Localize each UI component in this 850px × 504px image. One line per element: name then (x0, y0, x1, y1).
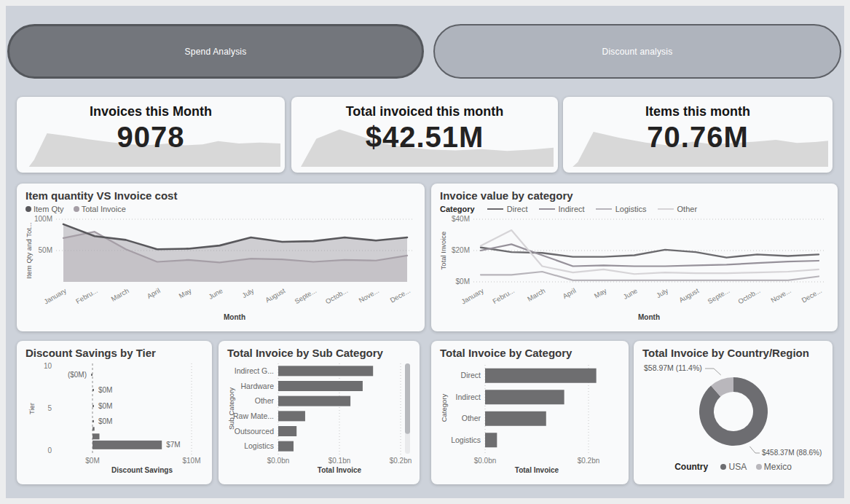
x-axis-label: Febru... (74, 286, 99, 305)
bar-Logistics[interactable] (278, 441, 294, 452)
legend-item-usa[interactable]: USA (713, 462, 746, 472)
axis-label: $0.0bn (474, 457, 497, 465)
bar-Raw Mate...[interactable] (278, 411, 305, 421)
category-label: Indirect G... (235, 366, 274, 375)
axis-label: $40M (452, 215, 470, 223)
bar-Indirect G...[interactable] (278, 366, 373, 376)
bar-data-label: ($0M) (68, 371, 87, 379)
axis-label: 0 (47, 446, 52, 454)
legend-title: Category (440, 205, 475, 213)
bar-Hardware[interactable] (278, 381, 363, 391)
category-label: Logistics (244, 441, 274, 450)
chart-title: Discount Savings by Tier (17, 341, 212, 359)
x-axis-title: Discount Savings (111, 466, 173, 474)
category-label: Other (255, 396, 275, 405)
x-axis-title: Total Invoice (515, 466, 559, 474)
axis-label: $10M (182, 457, 200, 465)
axis-label: $0.2bn (390, 457, 412, 465)
bar-Outsourced[interactable] (278, 426, 296, 436)
tier-bar[interactable] (93, 441, 162, 449)
tier-bar[interactable] (93, 433, 100, 439)
bar-Logistics[interactable] (485, 433, 497, 447)
axis-label: 50M (39, 246, 52, 254)
x-axis-label: July (240, 286, 255, 299)
discount-analysis-button[interactable]: Discount analysis (433, 24, 841, 79)
legend-label: Total Invoice (82, 205, 126, 213)
legend-label: USA (728, 462, 746, 472)
legend-dot-icon (720, 464, 726, 470)
legend-item-mexico[interactable]: Mexico (749, 462, 792, 472)
category-label: Outsourced (235, 427, 274, 436)
x-axis-label: July (655, 286, 669, 299)
x-axis-label: Septe... (293, 286, 318, 305)
scrollbar-thumb[interactable] (405, 363, 410, 434)
x-axis-label: Nove... (769, 286, 792, 304)
chart-legend: Item Qty Total Invoice (17, 202, 425, 213)
axis-label: $20M (452, 246, 470, 254)
legend-dot-icon (74, 206, 79, 212)
chart-card-total-invoice-by-sub-category: Total Invoice by Sub Category $0.0bn$0.1… (219, 341, 420, 484)
legend-label: Item Qty (34, 205, 64, 213)
legend-item-other[interactable]: Other (649, 205, 698, 213)
kpi-value: $42.51M (291, 121, 558, 154)
x-axis-label: Febru... (491, 286, 516, 305)
axis-label: 100M (34, 215, 52, 223)
chart-card-total-invoice-by-country: Total Invoice by Country/Region $58.97M … (634, 341, 833, 484)
x-axis-label: August (264, 286, 286, 304)
bar-Indirect[interactable] (485, 390, 564, 404)
kpi-card-items-this-month: Items this month 70.76M (563, 97, 833, 173)
legend-dot-icon (756, 464, 762, 470)
total-invoice-by-country-donut-chart[interactable]: $58.97M (11.4%)$458.37M (88.6%) (641, 359, 825, 460)
kpi-value: 70.76M (563, 121, 833, 154)
total-invoice-by-sub-category-chart[interactable]: $0.0bn$0.1bn$0.2bnIndirect G...HardwareO… (226, 359, 412, 476)
kpi-title: Invoices this Month (17, 104, 285, 119)
invoice-value-by-category-chart[interactable]: $0M$20M$40MTotal InvoiceJanuaryFebru...M… (438, 213, 830, 323)
x-axis-label: Nove... (358, 286, 381, 304)
tier-bar[interactable] (93, 389, 94, 391)
bar-data-label: $0M (98, 386, 112, 394)
legend-item-indirect[interactable]: Indirect (530, 205, 585, 213)
chart-legend: Category Direct Indirect Logistics Other (431, 202, 838, 213)
callout-line (749, 446, 760, 453)
y-axis-title: Item Qty and Tot... (25, 222, 33, 278)
x-axis-label: April (562, 286, 578, 300)
bar-Other[interactable] (485, 412, 546, 426)
y-axis-title: Category (440, 393, 448, 422)
x-axis-label: June (207, 286, 224, 301)
legend-item-direct[interactable]: Direct (479, 205, 528, 213)
axis-label: $0.1bn (328, 457, 351, 465)
tier-bar[interactable] (93, 420, 94, 422)
chart-title: Total Invoice by Category (431, 341, 629, 359)
kpi-title: Items this month (563, 104, 833, 119)
legend-item-logistics[interactable]: Logistics (587, 205, 647, 213)
bar-Other[interactable] (278, 396, 350, 406)
legend-label: Indirect (559, 205, 585, 213)
legend-line-icon (658, 208, 674, 210)
legend-line-icon (487, 208, 503, 210)
donut-data-label: $458.37M (88.6%) (762, 449, 822, 457)
total-invoice-by-category-chart[interactable]: $0.0bn$0.2bnDirectIndirectOtherLogistics… (438, 359, 621, 476)
bar-data-label: $0M (98, 417, 112, 425)
axis-label: $0.2bn (578, 457, 600, 465)
spend-analysis-button[interactable]: Spend Analysis (7, 24, 424, 79)
x-axis-label: June (622, 286, 639, 301)
donut-slice-USA[interactable] (699, 377, 768, 446)
discount-savings-by-tier-chart[interactable]: 1050Tier$0M$10MDiscount Savings($0M)$0M$… (24, 359, 205, 476)
legend-line-icon (596, 208, 612, 210)
legend-item-total-invoice[interactable]: Total Invoice (66, 205, 126, 213)
legend-dot-icon (25, 206, 31, 212)
category-label: Other (462, 414, 481, 422)
axis-label: 5 (47, 404, 52, 412)
chart-card-total-invoice-by-category: Total Invoice by Category $0.0bn$0.2bnDi… (431, 341, 629, 484)
bar-Direct[interactable] (485, 369, 597, 383)
item-qty-vs-invoice-cost-chart[interactable]: 50M100MItem Qty and Tot...JanuaryFebru..… (24, 213, 417, 323)
category-label: Hardware (240, 382, 274, 390)
x-axis-title: Month (638, 313, 660, 321)
legend-label: Logistics (615, 205, 647, 213)
legend-item-item-qty[interactable]: Item Qty (25, 205, 64, 213)
tier-bar[interactable] (91, 374, 93, 376)
kpi-value: 9078 (17, 121, 285, 154)
tier-bar[interactable] (93, 427, 95, 430)
tier-bar[interactable] (93, 405, 94, 407)
y-axis-title: Total Invoice (439, 232, 447, 270)
